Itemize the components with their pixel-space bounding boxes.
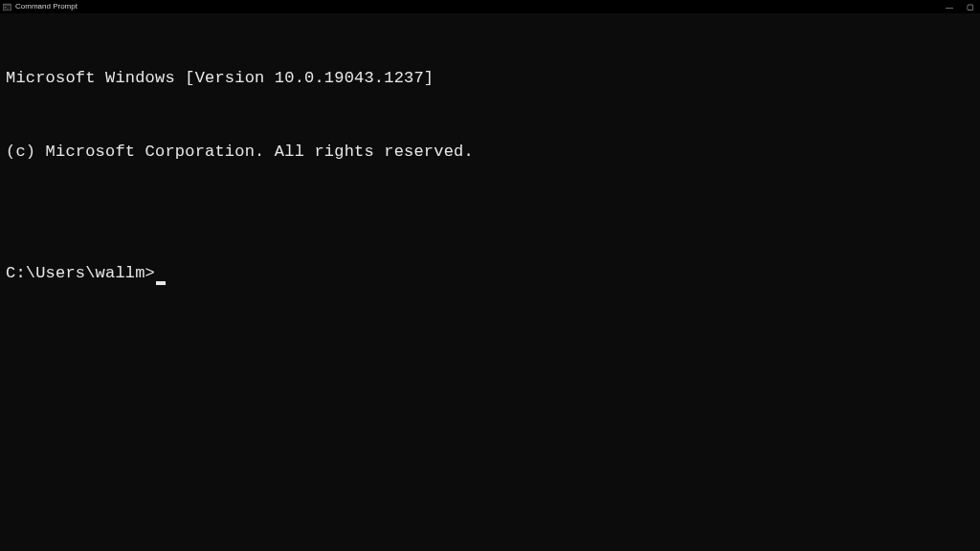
maximize-button[interactable]: ▢: [965, 2, 976, 11]
version-line: Microsoft Windows [Version 10.0.19043.12…: [6, 66, 974, 91]
cmd-icon: >_: [2, 2, 11, 11]
window-controls: — ▢: [944, 2, 978, 11]
window-titlebar: >_ Command Prompt — ▢: [0, 0, 980, 13]
cursor: [156, 281, 166, 285]
titlebar-left: >_ Command Prompt: [2, 2, 78, 11]
svg-rect-1: [3, 4, 11, 6]
minimize-button[interactable]: —: [944, 2, 955, 11]
window-title: Command Prompt: [15, 3, 78, 11]
prompt-text: C:\Users\wallm>: [6, 261, 155, 286]
prompt-line: C:\Users\wallm>: [6, 261, 974, 286]
copyright-line: (c) Microsoft Corporation. All rights re…: [6, 140, 974, 165]
terminal-area[interactable]: Microsoft Windows [Version 10.0.19043.12…: [0, 13, 980, 314]
